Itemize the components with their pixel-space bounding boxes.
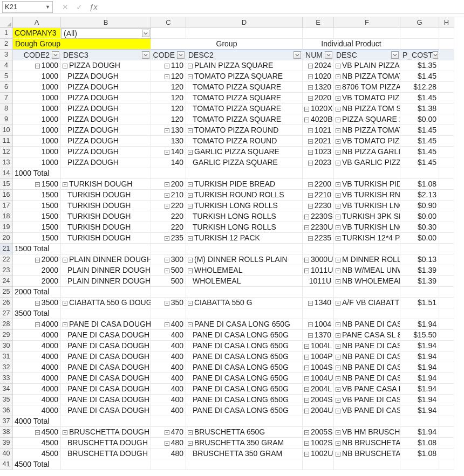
cell-code[interactable]: 130 — [151, 136, 186, 147]
collapse-icon[interactable]: − — [336, 96, 340, 101]
cell-pcost[interactable]: $1.45 — [400, 147, 439, 157]
cell-code[interactable]: 120 — [151, 93, 186, 104]
cell-num[interactable]: −2210 — [303, 190, 334, 201]
collapse-icon[interactable]: − — [63, 64, 67, 68]
empty-cell[interactable] — [439, 341, 454, 351]
cell-num[interactable]: −2023 — [303, 157, 334, 168]
cell-code2[interactable]: 1000 — [13, 147, 61, 157]
cell-code[interactable]: 400 — [151, 384, 186, 395]
collapse-icon[interactable]: − — [165, 236, 169, 241]
cell-num[interactable]: −1002U — [303, 449, 334, 459]
col-header-A[interactable]: A — [13, 17, 61, 28]
cell-desc2[interactable]: −TOMATO PIZZA SQUARE — [186, 71, 303, 82]
cell-desc[interactable]: −VB PLAIN PIZZA — [334, 60, 400, 71]
collapse-icon[interactable]: − — [308, 85, 313, 90]
cell-pcost[interactable]: $0.30 — [400, 222, 439, 233]
row-header[interactable]: 9 — [0, 114, 13, 125]
empty-cell[interactable] — [439, 233, 454, 244]
empty-cell[interactable] — [151, 244, 186, 254]
empty-cell[interactable] — [303, 28, 334, 39]
collapse-icon[interactable]: − — [188, 258, 193, 263]
empty-cell[interactable] — [439, 438, 454, 449]
empty-cell[interactable] — [439, 254, 454, 265]
cell-desc2[interactable]: −WHOLEMEAL — [186, 265, 303, 276]
collapse-icon[interactable]: − — [304, 344, 309, 349]
empty-cell[interactable] — [400, 39, 439, 50]
collapse-icon[interactable]: − — [336, 64, 340, 68]
collapse-icon[interactable]: − — [336, 74, 340, 79]
row-header[interactable]: 4 — [0, 60, 13, 71]
collapse-icon[interactable]: − — [165, 74, 169, 79]
row-header[interactable]: 7 — [0, 93, 13, 104]
empty-cell[interactable] — [303, 459, 334, 470]
empty-cell[interactable] — [151, 416, 186, 427]
cell-code2[interactable]: 1500 — [13, 233, 61, 244]
cell-code2[interactable]: 4500 — [13, 449, 61, 459]
cell-desc[interactable]: −TURKISH 12*4 P — [334, 233, 400, 244]
collapse-icon[interactable]: − — [304, 258, 309, 263]
empty-cell[interactable] — [61, 287, 151, 298]
empty-cell[interactable] — [151, 287, 186, 298]
collapse-icon[interactable]: − — [188, 322, 193, 327]
collapse-icon[interactable]: − — [35, 64, 40, 68]
cell-code2[interactable]: 2000 — [13, 276, 61, 287]
cell-code2[interactable]: 4000 — [13, 362, 61, 373]
row-header[interactable]: 27 — [0, 308, 13, 319]
cell-pcost[interactable]: $1.94 — [400, 319, 439, 330]
empty-cell[interactable] — [439, 201, 454, 211]
cell-code2[interactable]: 1500 — [13, 201, 61, 211]
collapse-icon[interactable]: − — [336, 161, 340, 165]
cell-num[interactable]: −3000U — [303, 254, 334, 265]
cell-desc2[interactable]: BRUSCHETTA 350 GRAM — [186, 449, 303, 459]
cell-desc[interactable]: −NB PANE DI CAS — [334, 319, 400, 330]
cell-num[interactable]: −2020 — [303, 93, 334, 104]
cell-code2[interactable]: 4000 — [13, 384, 61, 395]
cell-desc2[interactable]: TOMATO PIZZA SQUARE — [186, 114, 303, 125]
cell-num[interactable]: −1370 — [303, 330, 334, 341]
cell-pcost[interactable]: $0.00 — [400, 211, 439, 222]
cell-code2[interactable]: 2000 — [13, 265, 61, 276]
cell-desc[interactable]: −VB TOMATO PIZZ — [334, 93, 400, 104]
name-box[interactable]: K21 ▼ — [2, 1, 53, 13]
filter-dropdown-icon[interactable] — [142, 51, 149, 59]
empty-cell[interactable] — [439, 104, 454, 114]
cell-desc[interactable]: −NB PANE DI CAS — [334, 351, 400, 362]
cell-num[interactable]: 1011U — [303, 276, 334, 287]
collapse-icon[interactable]: − — [336, 236, 340, 241]
collapse-icon[interactable]: − — [165, 430, 169, 435]
field-desc2[interactable]: DESC2 — [186, 50, 303, 60]
cell-desc3[interactable]: PANE DI CASA DOUGH — [61, 405, 151, 416]
collapse-icon[interactable]: − — [308, 333, 313, 338]
collapse-icon[interactable]: − — [63, 301, 67, 306]
collapse-icon[interactable]: − — [35, 430, 40, 435]
collapse-icon[interactable]: − — [308, 139, 313, 144]
cell-code2[interactable]: −1500 — [13, 179, 61, 190]
row-header[interactable]: 8 — [0, 104, 13, 114]
cell-desc3[interactable]: PANE DI CASA DOUGH — [61, 384, 151, 395]
collapse-icon[interactable]: − — [304, 398, 309, 403]
collapse-icon[interactable]: − — [165, 258, 169, 263]
collapse-icon[interactable]: − — [304, 387, 309, 392]
cell-desc3[interactable]: −PIZZA DOUGH — [61, 60, 151, 71]
empty-cell[interactable] — [439, 190, 454, 201]
collapse-icon[interactable]: − — [336, 225, 340, 230]
cell-desc2[interactable]: −BRUSCHETTA 350 GRAM — [186, 438, 303, 449]
cell-desc3[interactable]: PLAIN DINNER DOUGH — [61, 265, 151, 276]
cell-num[interactable]: −1004S — [303, 362, 334, 373]
collapse-icon[interactable]: − — [308, 236, 313, 241]
cell-code2[interactable]: 1000 — [13, 125, 61, 136]
cell-desc2[interactable]: −(M) DINNER ROLLS PLAIN — [186, 254, 303, 265]
cell-pcost[interactable]: $1.08 — [400, 449, 439, 459]
empty-cell[interactable] — [439, 211, 454, 222]
chevron-down-icon[interactable]: ▼ — [45, 4, 50, 10]
cell-desc[interactable]: −VB TURKISH RND — [334, 190, 400, 201]
empty-cell[interactable] — [439, 222, 454, 233]
cell-num[interactable]: −1020 — [303, 71, 334, 82]
cell-pcost[interactable]: $15.50 — [400, 330, 439, 341]
row-header[interactable]: 13 — [0, 157, 13, 168]
empty-cell[interactable] — [439, 405, 454, 416]
cell-code[interactable]: −120 — [151, 71, 186, 82]
collapse-icon[interactable]: − — [336, 150, 340, 155]
empty-cell[interactable] — [186, 287, 303, 298]
collapse-icon[interactable]: − — [35, 322, 40, 327]
